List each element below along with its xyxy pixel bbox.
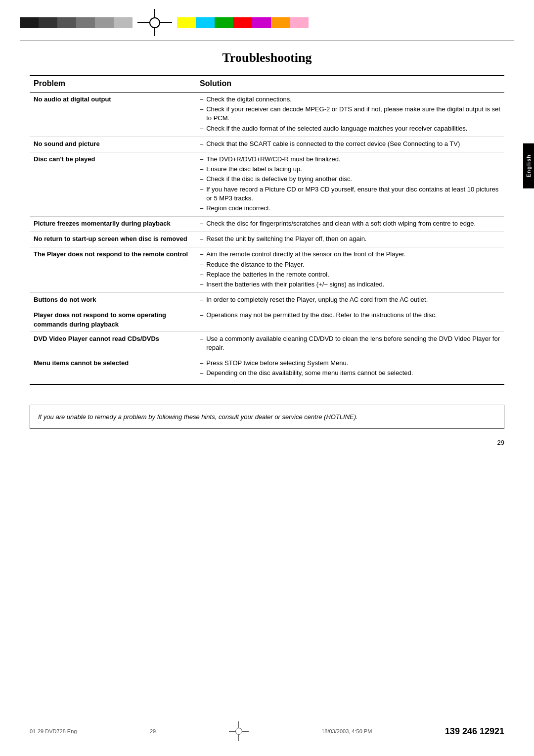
page-number: 29 [30, 439, 504, 446]
problem-cell: Picture freezes momentarily during playb… [30, 217, 196, 232]
dash-icon: – [200, 250, 203, 259]
footer-right: 139 246 12921 [445, 726, 504, 737]
english-tab: English [523, 143, 534, 189]
table-row: Player does not respond to some operatin… [30, 308, 504, 331]
solution-item: –Check if your receiver can decode MPEG-… [200, 105, 500, 123]
color-bar-2 [39, 17, 57, 28]
solution-item: –Check if the audio format of the select… [200, 124, 500, 133]
top-border [20, 40, 514, 41]
solution-item: –Depending on the disc availability, som… [200, 369, 500, 378]
page-footer: 01-29 DVD728 Eng 29 18/03/2003, 4:50 PM … [30, 721, 504, 741]
dash-icon: – [200, 204, 203, 213]
table-row: Picture freezes momentarily during playb… [30, 217, 504, 232]
dash-icon: – [200, 295, 203, 304]
solution-text: Reduce the distance to the Player. [206, 260, 500, 269]
color-bar-r7 [290, 17, 309, 28]
solution-item: –If you have record a Picture CD or MP3 … [200, 185, 500, 203]
problem-cell: The Player does not respond to the remot… [30, 247, 196, 293]
solution-item: –Check the digital connections. [200, 95, 500, 104]
dash-icon: – [200, 311, 203, 320]
troubleshooting-table: Problem Solution No audio at digital out… [30, 75, 504, 385]
color-bar-6 [114, 17, 133, 28]
problem-cell: No sound and picture [30, 137, 196, 152]
table-row: No return to start-up screen when disc i… [30, 232, 504, 247]
table-header-row: Problem Solution [30, 76, 504, 93]
solution-cell: –Operations may not be permitted by the … [196, 308, 504, 331]
dash-icon: – [200, 185, 203, 203]
table-row: Buttons do not work–In order to complete… [30, 293, 504, 308]
solution-item: –In order to completely reset the Player… [200, 295, 500, 304]
table-row: Menu items cannot be selected–Press STOP… [30, 356, 504, 384]
solution-item: –Ensure the disc label is facing up. [200, 165, 500, 174]
dash-icon: – [200, 334, 203, 352]
solution-text: Check that the SCART cable is connected … [206, 140, 500, 148]
problem-cell: Disc can't be played [30, 152, 196, 216]
solution-text: Depending on the disc availability, some… [206, 369, 500, 378]
table-row: No sound and picture–Check that the SCAR… [30, 137, 504, 152]
dash-icon: – [200, 155, 203, 164]
dash-icon: – [200, 369, 203, 378]
table-row: The Player does not respond to the remot… [30, 247, 504, 293]
solution-text: In order to completely reset the Player,… [206, 295, 500, 304]
solution-text: If you have record a Picture CD or MP3 C… [206, 185, 500, 203]
color-bars-right [177, 17, 309, 28]
footer-crosshair [229, 721, 249, 741]
solution-text: Replace the batteries in the remote cont… [206, 270, 500, 279]
solution-text: Insert the batteries with their polariti… [206, 280, 500, 289]
solution-cell: –Check that the SCART cable is connected… [196, 137, 504, 152]
color-bar-r4 [233, 17, 252, 28]
dash-icon: – [200, 175, 203, 184]
main-content: Troubleshooting Problem Solution No audi… [0, 50, 534, 446]
crosshair-top [137, 9, 172, 36]
note-box: If you are unable to remedy a problem by… [30, 405, 504, 429]
dash-icon: – [200, 235, 203, 243]
solution-item: –Aim the remote control directly at the … [200, 250, 500, 259]
color-bar-3 [57, 17, 76, 28]
solution-cell: –Aim the remote control directly at the … [196, 247, 504, 293]
solution-text: Reset the unit by switching the Player o… [206, 235, 500, 243]
solution-item: –Operations may not be permitted by the … [200, 311, 500, 320]
dash-icon: – [200, 140, 203, 148]
solution-text: Check if the disc is defective by trying… [206, 175, 500, 184]
page-title: Troubleshooting [30, 50, 504, 65]
color-bar-r2 [196, 17, 215, 28]
crosshair-circle-top [149, 17, 160, 28]
solution-cell: –Check the digital connections.–Check if… [196, 93, 504, 137]
solution-item: –Reduce the distance to the Player. [200, 260, 500, 269]
problem-cell: No return to start-up screen when disc i… [30, 232, 196, 247]
footer-left: 01-29 DVD728 Eng [30, 728, 77, 734]
note-text: If you are unable to remedy a problem by… [38, 413, 358, 421]
dash-icon: – [200, 280, 203, 289]
dash-icon: – [200, 219, 203, 228]
dash-icon: – [200, 359, 203, 368]
color-bar-container [0, 0, 534, 36]
problem-cell: Buttons do not work [30, 293, 196, 308]
solution-text: Aim the remote control directly at the s… [206, 250, 500, 259]
color-bar-r3 [215, 17, 233, 28]
solution-text: The DVD+R/DVD+RW/CD-R must be finalized. [206, 155, 500, 164]
solution-cell: –Check the disc for fingerprints/scratch… [196, 217, 504, 232]
color-bars-left [20, 17, 133, 28]
color-bar-5 [95, 17, 114, 28]
solution-cell: –The DVD+R/DVD+RW/CD-R must be finalized… [196, 152, 504, 216]
table-row: DVD Video Player cannot read CDs/DVDs–Us… [30, 331, 504, 356]
solution-item: –Check the disc for fingerprints/scratch… [200, 219, 500, 228]
solution-text: Check the disc for fingerprints/scratche… [206, 219, 500, 228]
dash-icon: – [200, 95, 203, 104]
solution-item: –Insert the batteries with their polarit… [200, 280, 500, 289]
solution-item: –Use a commonly available cleaning CD/DV… [200, 334, 500, 352]
color-bar-4 [76, 17, 95, 28]
footer-date: 18/03/2003, 4:50 PM [321, 728, 372, 734]
col-solution-header: Solution [196, 76, 504, 93]
solution-item: –Region code incorrect. [200, 204, 500, 213]
solution-cell: –Use a commonly available cleaning CD/DV… [196, 331, 504, 356]
dash-icon: – [200, 270, 203, 279]
footer-crosshair-circle [235, 728, 242, 735]
dash-icon: – [200, 105, 203, 123]
solution-text: Check the digital connections. [206, 95, 500, 104]
color-bar-1 [20, 17, 39, 28]
solution-cell: –In order to completely reset the Player… [196, 293, 504, 308]
table-row: No audio at digital output–Check the dig… [30, 93, 504, 137]
solution-text: Use a commonly available cleaning CD/DVD… [206, 334, 500, 352]
problem-cell: Menu items cannot be selected [30, 356, 196, 384]
